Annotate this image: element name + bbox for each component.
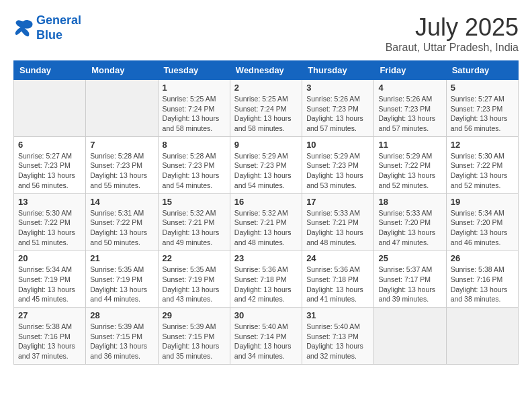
day-info: Sunrise: 5:40 AM Sunset: 7:13 PM Dayligh… [306,322,369,361]
day-number: 26 [451,253,514,263]
day-number: 15 [163,197,226,207]
day-info: Sunrise: 5:40 AM Sunset: 7:14 PM Dayligh… [234,322,298,361]
day-number: 12 [451,140,514,150]
weekday-header: Sunday [14,61,86,80]
calendar-cell: 31Sunrise: 5:40 AM Sunset: 7:13 PM Dayli… [302,308,374,365]
logo-icon [13,19,34,38]
day-info: Sunrise: 5:38 AM Sunset: 7:16 PM Dayligh… [18,322,81,361]
calendar-cell: 23Sunrise: 5:36 AM Sunset: 7:18 PM Dayli… [230,250,302,308]
day-number: 10 [306,140,369,150]
day-number: 8 [163,140,226,150]
day-info: Sunrise: 5:39 AM Sunset: 7:15 PM Dayligh… [163,322,226,361]
day-info: Sunrise: 5:29 AM Sunset: 7:23 PM Dayligh… [234,151,298,191]
calendar-week-row: 27Sunrise: 5:38 AM Sunset: 7:16 PM Dayli… [14,308,519,365]
weekday-header-row: SundayMondayTuesdayWednesdayThursdayFrid… [14,61,519,80]
calendar-cell: 15Sunrise: 5:32 AM Sunset: 7:21 PM Dayli… [158,193,230,250]
calendar-cell: 1Sunrise: 5:25 AM Sunset: 7:24 PM Daylig… [158,80,230,137]
weekday-header: Saturday [446,61,518,80]
calendar-cell: 3Sunrise: 5:26 AM Sunset: 7:23 PM Daylig… [302,80,374,137]
weekday-header: Monday [86,61,158,80]
day-info: Sunrise: 5:26 AM Sunset: 7:23 PM Dayligh… [306,94,369,134]
calendar-cell: 10Sunrise: 5:29 AM Sunset: 7:23 PM Dayli… [302,136,374,193]
day-info: Sunrise: 5:28 AM Sunset: 7:23 PM Dayligh… [163,151,226,191]
calendar-cell: 30Sunrise: 5:40 AM Sunset: 7:14 PM Dayli… [230,308,302,365]
day-info: Sunrise: 5:34 AM Sunset: 7:20 PM Dayligh… [451,208,514,248]
calendar-cell [14,80,86,137]
calendar-cell: 22Sunrise: 5:35 AM Sunset: 7:19 PM Dayli… [158,250,230,308]
calendar-cell: 28Sunrise: 5:39 AM Sunset: 7:15 PM Dayli… [86,308,158,365]
calendar-cell: 26Sunrise: 5:38 AM Sunset: 7:16 PM Dayli… [446,250,518,308]
day-info: Sunrise: 5:30 AM Sunset: 7:22 PM Dayligh… [451,151,514,191]
day-info: Sunrise: 5:30 AM Sunset: 7:22 PM Dayligh… [18,208,81,248]
day-number: 25 [378,253,441,263]
day-number: 20 [18,253,81,263]
calendar-cell: 24Sunrise: 5:36 AM Sunset: 7:18 PM Dayli… [302,250,374,308]
calendar-cell: 17Sunrise: 5:33 AM Sunset: 7:21 PM Dayli… [302,193,374,250]
day-number: 21 [90,253,153,263]
weekday-header: Thursday [302,61,374,80]
weekday-header: Friday [374,61,446,80]
day-number: 30 [234,310,298,320]
calendar-cell: 11Sunrise: 5:29 AM Sunset: 7:22 PM Dayli… [374,136,446,193]
day-info: Sunrise: 5:29 AM Sunset: 7:23 PM Dayligh… [306,151,369,191]
day-info: Sunrise: 5:26 AM Sunset: 7:23 PM Dayligh… [378,94,441,134]
day-number: 9 [234,140,298,150]
calendar-cell: 18Sunrise: 5:33 AM Sunset: 7:20 PM Dayli… [374,193,446,250]
day-info: Sunrise: 5:27 AM Sunset: 7:23 PM Dayligh… [451,94,514,134]
calendar-cell [86,80,158,137]
day-number: 1 [163,83,226,93]
day-info: Sunrise: 5:29 AM Sunset: 7:22 PM Dayligh… [378,151,441,191]
calendar-cell: 9Sunrise: 5:29 AM Sunset: 7:23 PM Daylig… [230,136,302,193]
day-info: Sunrise: 5:32 AM Sunset: 7:21 PM Dayligh… [163,208,226,248]
calendar-cell: 25Sunrise: 5:37 AM Sunset: 7:17 PM Dayli… [374,250,446,308]
day-info: Sunrise: 5:33 AM Sunset: 7:21 PM Dayligh… [306,208,369,248]
logo: General Blue [13,13,81,42]
day-info: Sunrise: 5:27 AM Sunset: 7:23 PM Dayligh… [18,151,81,191]
calendar-cell: 27Sunrise: 5:38 AM Sunset: 7:16 PM Dayli… [14,308,86,365]
calendar-cell: 7Sunrise: 5:28 AM Sunset: 7:23 PM Daylig… [86,136,158,193]
month-title: July 2025 [386,13,519,42]
day-number: 18 [378,197,441,207]
day-number: 28 [90,310,153,320]
day-number: 13 [18,197,81,207]
day-number: 2 [234,83,298,93]
day-info: Sunrise: 5:32 AM Sunset: 7:21 PM Dayligh… [234,208,298,248]
logo-text: General Blue [36,13,81,42]
weekday-header: Tuesday [158,61,230,80]
day-number: 22 [163,253,226,263]
day-number: 5 [451,83,514,93]
day-info: Sunrise: 5:33 AM Sunset: 7:20 PM Dayligh… [378,208,441,248]
calendar-cell: 20Sunrise: 5:34 AM Sunset: 7:19 PM Dayli… [14,250,86,308]
calendar-cell: 21Sunrise: 5:35 AM Sunset: 7:19 PM Dayli… [86,250,158,308]
day-number: 6 [18,140,81,150]
calendar-cell [374,308,446,365]
day-info: Sunrise: 5:34 AM Sunset: 7:19 PM Dayligh… [18,265,81,304]
day-info: Sunrise: 5:39 AM Sunset: 7:15 PM Dayligh… [90,322,153,361]
day-number: 31 [306,310,369,320]
day-number: 16 [234,197,298,207]
title-block: July 2025 Baraut, Uttar Pradesh, India [386,13,519,54]
day-info: Sunrise: 5:38 AM Sunset: 7:16 PM Dayligh… [451,265,514,304]
calendar-week-row: 6Sunrise: 5:27 AM Sunset: 7:23 PM Daylig… [14,136,519,193]
day-info: Sunrise: 5:31 AM Sunset: 7:22 PM Dayligh… [90,208,153,248]
calendar-cell: 19Sunrise: 5:34 AM Sunset: 7:20 PM Dayli… [446,193,518,250]
day-number: 4 [378,83,441,93]
day-info: Sunrise: 5:25 AM Sunset: 7:24 PM Dayligh… [163,94,226,134]
calendar-cell: 2Sunrise: 5:25 AM Sunset: 7:24 PM Daylig… [230,80,302,137]
day-number: 27 [18,310,81,320]
day-info: Sunrise: 5:35 AM Sunset: 7:19 PM Dayligh… [90,265,153,304]
day-number: 14 [90,197,153,207]
calendar-cell: 13Sunrise: 5:30 AM Sunset: 7:22 PM Dayli… [14,193,86,250]
day-info: Sunrise: 5:25 AM Sunset: 7:24 PM Dayligh… [234,94,298,134]
calendar-cell: 12Sunrise: 5:30 AM Sunset: 7:22 PM Dayli… [446,136,518,193]
day-number: 19 [451,197,514,207]
location-title: Baraut, Uttar Pradesh, India [386,42,519,54]
day-info: Sunrise: 5:35 AM Sunset: 7:19 PM Dayligh… [163,265,226,304]
calendar-cell: 14Sunrise: 5:31 AM Sunset: 7:22 PM Dayli… [86,193,158,250]
calendar-cell [446,308,518,365]
calendar-cell: 4Sunrise: 5:26 AM Sunset: 7:23 PM Daylig… [374,80,446,137]
day-number: 11 [378,140,441,150]
day-info: Sunrise: 5:37 AM Sunset: 7:17 PM Dayligh… [378,265,441,304]
day-number: 29 [163,310,226,320]
calendar-cell: 16Sunrise: 5:32 AM Sunset: 7:21 PM Dayli… [230,193,302,250]
